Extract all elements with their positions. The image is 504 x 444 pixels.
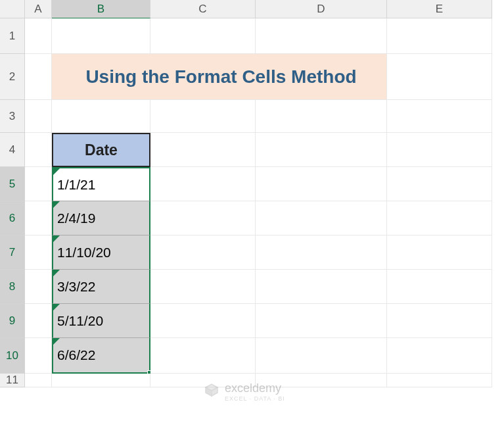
- date-column-header[interactable]: Date: [52, 133, 150, 167]
- cell-E8[interactable]: [387, 270, 492, 304]
- cell-C10[interactable]: [150, 338, 256, 374]
- col-header-B[interactable]: B: [52, 0, 150, 18]
- col-header-A[interactable]: A: [25, 0, 52, 18]
- cell-A6[interactable]: [25, 201, 52, 235]
- cell-E2[interactable]: [387, 54, 492, 100]
- cell-B9[interactable]: 5/11/20: [52, 304, 150, 338]
- row-header-9[interactable]: 9: [0, 304, 25, 338]
- cube-icon: [204, 382, 219, 401]
- error-indicator-icon: [53, 235, 60, 242]
- cell-C7[interactable]: [150, 235, 256, 270]
- cell-C1[interactable]: [150, 18, 256, 54]
- cell-A10[interactable]: [25, 338, 52, 374]
- row-header-1[interactable]: 1: [0, 18, 25, 54]
- cell-A4[interactable]: [25, 133, 52, 167]
- row-header-4[interactable]: 4: [0, 133, 25, 167]
- cell-D1[interactable]: [256, 18, 387, 54]
- cell-B7[interactable]: 11/10/20: [52, 235, 150, 270]
- row-header-7[interactable]: 7: [0, 235, 25, 270]
- cell-B10[interactable]: 6/6/22: [52, 338, 150, 374]
- cell-C6[interactable]: [150, 201, 256, 235]
- cell-B6[interactable]: 2/4/19: [52, 201, 150, 235]
- cell-E5[interactable]: [387, 167, 492, 201]
- cell-value: 1/1/21: [57, 177, 95, 193]
- cell-D8[interactable]: [256, 270, 387, 304]
- cell-A5[interactable]: [25, 167, 52, 201]
- cell-D10[interactable]: [256, 338, 387, 374]
- cell-value: 3/3/22: [57, 279, 95, 295]
- cell-D9[interactable]: [256, 304, 387, 338]
- cell-E7[interactable]: [387, 235, 492, 270]
- cell-C5[interactable]: [150, 167, 256, 201]
- cell-value: 6/6/22: [57, 347, 95, 363]
- cell-E10[interactable]: [387, 338, 492, 374]
- cell-B11[interactable]: [52, 374, 150, 387]
- cell-value: 2/4/19: [57, 210, 95, 226]
- cell-D4[interactable]: [256, 133, 387, 167]
- error-indicator-icon: [53, 338, 60, 345]
- cell-D7[interactable]: [256, 235, 387, 270]
- row-header-10[interactable]: 10: [0, 338, 25, 374]
- title-text: Using the Format Cells Method: [85, 66, 356, 87]
- row-header-8[interactable]: 8: [0, 270, 25, 304]
- select-all-corner[interactable]: [0, 0, 25, 18]
- cell-E1[interactable]: [387, 18, 492, 54]
- title-banner[interactable]: Using the Format Cells Method: [52, 54, 387, 100]
- cell-B8[interactable]: 3/3/22: [52, 270, 150, 304]
- cell-D5[interactable]: [256, 167, 387, 201]
- error-indicator-icon: [53, 270, 60, 276]
- cell-value: 11/10/20: [57, 245, 111, 260]
- error-indicator-icon: [53, 201, 60, 208]
- col-header-E[interactable]: E: [387, 0, 492, 18]
- row-header-11[interactable]: 11: [0, 374, 25, 387]
- cell-A3[interactable]: [25, 100, 52, 133]
- cell-C9[interactable]: [150, 304, 256, 338]
- watermark-text: exceldemy EXCEL · DATA · BI: [225, 382, 285, 402]
- cell-D3[interactable]: [256, 100, 387, 133]
- cell-B3[interactable]: [52, 100, 150, 133]
- cell-A8[interactable]: [25, 270, 52, 304]
- cell-A1[interactable]: [25, 18, 52, 54]
- row-header-2[interactable]: 2: [0, 54, 25, 100]
- watermark: exceldemy EXCEL · DATA · BI: [204, 382, 285, 402]
- cell-A9[interactable]: [25, 304, 52, 338]
- error-indicator-icon: [53, 304, 60, 310]
- cell-B5[interactable]: 1/1/21: [52, 167, 150, 201]
- col-header-C[interactable]: C: [150, 0, 256, 18]
- cell-A2[interactable]: [25, 54, 52, 100]
- row-header-5[interactable]: 5: [0, 167, 25, 201]
- row-header-3[interactable]: 3: [0, 100, 25, 133]
- cell-E4[interactable]: [387, 133, 492, 167]
- cell-A11[interactable]: [25, 374, 52, 387]
- cell-E11[interactable]: [387, 374, 492, 387]
- cell-B1[interactable]: [52, 18, 150, 54]
- cell-E3[interactable]: [387, 100, 492, 133]
- cell-C8[interactable]: [150, 270, 256, 304]
- col-header-D[interactable]: D: [256, 0, 387, 18]
- cell-A7[interactable]: [25, 235, 52, 270]
- cell-D6[interactable]: [256, 201, 387, 235]
- row-header-6[interactable]: 6: [0, 201, 25, 235]
- cell-E6[interactable]: [387, 201, 492, 235]
- cell-C4[interactable]: [150, 133, 256, 167]
- cell-E9[interactable]: [387, 304, 492, 338]
- error-indicator-icon: [53, 168, 60, 175]
- cell-value: 5/11/20: [57, 313, 103, 329]
- cell-C3[interactable]: [150, 100, 256, 133]
- spreadsheet-grid: A B C D E 1 2 Using the Format Cells Met…: [0, 0, 492, 387]
